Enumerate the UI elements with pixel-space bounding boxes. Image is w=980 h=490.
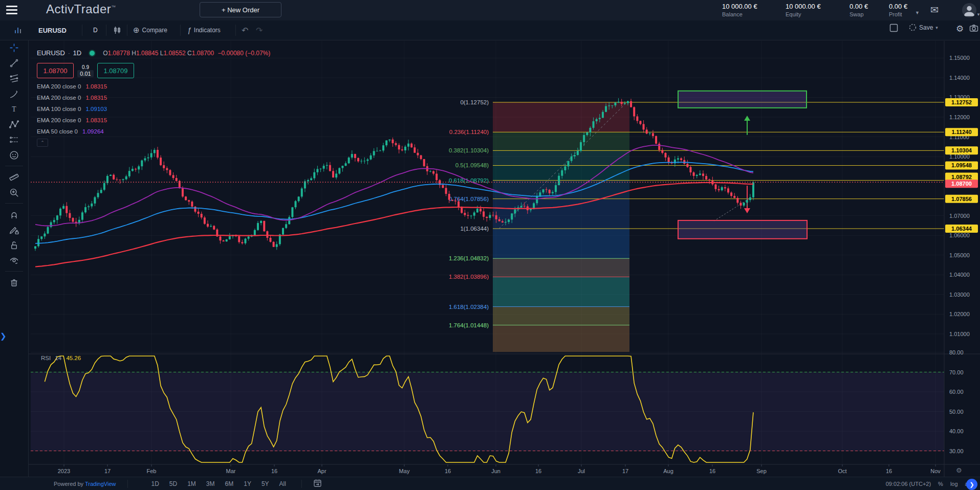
price-axis[interactable]: 1.150001.140001.130001.120001.110001.100… — [949, 55, 970, 454]
ema-100-line[interactable] — [35, 162, 753, 243]
rsi-value: 45.26 — [66, 355, 81, 361]
zoom-in-icon[interactable] — [0, 185, 28, 200]
svg-text:30.00: 30.00 — [949, 448, 964, 454]
interval-button[interactable]: D — [93, 20, 98, 40]
avatar-caret-icon[interactable]: ▼ — [976, 12, 980, 17]
svg-text:1.09548: 1.09548 — [951, 162, 972, 168]
indicator-value: 1.08315 — [86, 83, 107, 90]
undo-icon[interactable]: ↶ — [242, 20, 248, 40]
svg-text:16: 16 — [271, 468, 277, 474]
sell-button[interactable]: 1.08700 — [37, 63, 74, 78]
save-button[interactable]: Save ▾ — [909, 24, 938, 31]
svg-text:1.236(1.04832): 1.236(1.04832) — [449, 255, 489, 261]
range-button-1m[interactable]: 1M — [183, 479, 200, 488]
menu-icon[interactable] — [6, 6, 17, 14]
camera-icon[interactable] — [969, 24, 978, 33]
range-button-5y[interactable]: 5Y — [257, 479, 273, 488]
fib-price-tag: 1.09548 — [945, 161, 978, 169]
demand-zone[interactable] — [678, 220, 807, 239]
svg-text:Nov: Nov — [930, 468, 941, 474]
range-button-all[interactable]: All — [275, 479, 290, 488]
xabcd-pattern-icon[interactable] — [0, 117, 28, 132]
drawing-mode-icon[interactable] — [0, 222, 28, 237]
indicator-row[interactable]: EMA 200 close 0 1.08315 — [37, 117, 270, 123]
indicator-value: 1.08315 — [86, 95, 107, 101]
buy-button[interactable]: 1.08709 — [97, 63, 134, 78]
cloud-sync-icon — [909, 24, 917, 31]
svg-text:1.02000: 1.02000 — [949, 311, 970, 317]
chart-style-icon[interactable] — [113, 20, 122, 40]
fx-icon: ƒ — [187, 26, 191, 34]
svg-text:1.06344: 1.06344 — [951, 226, 972, 232]
indicators-button[interactable]: ƒ Indicators — [187, 20, 221, 40]
brush-icon[interactable] — [0, 86, 28, 101]
chart-bars-icon[interactable] — [13, 20, 23, 40]
settings-gear-icon[interactable]: ⚙ — [956, 24, 964, 34]
lock-all-icon[interactable] — [0, 237, 28, 253]
svg-text:1.07000: 1.07000 — [949, 213, 970, 219]
market-status-icon — [89, 50, 96, 57]
last-price-tag: 1.08700 — [945, 180, 978, 188]
change-value: −0.00080 (−0.07%) — [218, 50, 271, 57]
indicator-legend-rows: EMA 200 close 0 1.08315EMA 200 close 0 1… — [37, 83, 270, 135]
avatar[interactable] — [962, 3, 976, 17]
svg-text:70.00: 70.00 — [949, 369, 964, 375]
bid-ask-row: 1.08700 0.9 0.01 1.08709 — [37, 63, 270, 78]
symbol-button[interactable]: EURUSD — [38, 20, 67, 40]
trend-line-icon[interactable] — [0, 55, 28, 71]
go-to-date-icon[interactable] — [313, 479, 322, 489]
tradingview-link[interactable]: TradingView — [85, 481, 116, 487]
powered-by: Powered by TradingView — [54, 481, 116, 487]
magnet-icon[interactable] — [0, 207, 28, 222]
equity-stat: 10 000.00 € Equity — [786, 3, 821, 17]
balance-stat: 10 000.00 € Balance — [722, 3, 757, 17]
crosshair-icon[interactable] — [0, 40, 28, 55]
balance-label: Balance — [722, 11, 757, 17]
assistant-fab-button[interactable]: ❯ — [966, 479, 977, 490]
percent-scale-button[interactable]: % — [938, 481, 943, 487]
compare-button[interactable]: ⊕ Compare — [133, 20, 167, 40]
svg-text:80.00: 80.00 — [949, 349, 964, 355]
swap-label: Swap — [850, 11, 868, 17]
range-button-1y[interactable]: 1Y — [239, 479, 255, 488]
svg-text:1.07856: 1.07856 — [951, 196, 972, 202]
time-axis[interactable]: 202317FebMar16AprMay16Jun16Jul17Aug16Sep… — [58, 464, 941, 474]
indicator-name: EMA 200 close 0 — [37, 95, 81, 101]
redo-icon[interactable]: ↷ — [256, 20, 263, 40]
rsi-legend[interactable]: RSI 14 45.26 — [41, 355, 81, 361]
account-caret-icon[interactable]: ▼ — [915, 10, 920, 15]
range-button-5d[interactable]: 5D — [165, 479, 181, 488]
svg-text:1.04000: 1.04000 — [949, 272, 970, 278]
indicator-row[interactable]: EMA 50 close 0 1.09264 — [37, 128, 270, 135]
legend-title[interactable]: EURUSD · 1D O1.08778 H1.08845 L1.08552 C… — [37, 49, 270, 57]
range-button-1d[interactable]: 1D — [147, 479, 163, 488]
layout-icon[interactable] — [889, 24, 898, 32]
indicator-row[interactable]: EMA 200 close 0 1.08315 — [37, 95, 270, 101]
range-button-3m[interactable]: 3M — [202, 479, 219, 488]
remove-drawings-icon[interactable] — [0, 275, 28, 290]
ema-200-line[interactable] — [35, 183, 753, 267]
svg-text:60.00: 60.00 — [949, 389, 964, 395]
emoji-icon[interactable] — [0, 147, 28, 163]
object-tree-chevron-icon[interactable]: ❯ — [0, 331, 7, 341]
timeaxis-gear-icon[interactable]: ⚙ — [956, 466, 962, 474]
spread-value: 0.01 — [77, 70, 93, 77]
collapse-legend-button[interactable]: ⌃ — [37, 139, 48, 147]
log-scale-button[interactable]: log — [950, 481, 958, 487]
forecast-icon[interactable] — [0, 132, 28, 147]
measure-icon[interactable] — [0, 169, 28, 185]
fib-retracement-icon[interactable] — [0, 71, 28, 86]
new-order-button[interactable]: + New Order — [200, 2, 281, 17]
range-button-6m[interactable]: 6M — [221, 479, 238, 488]
fib-retracement[interactable] — [493, 102, 629, 352]
mail-icon[interactable]: ✉ — [930, 4, 939, 16]
svg-text:1.08700: 1.08700 — [951, 181, 972, 187]
equity-value: 10 000.00 € — [786, 3, 821, 10]
indicator-row[interactable]: EMA 100 close 0 1.09103 — [37, 106, 270, 112]
ema-50-line[interactable] — [35, 145, 753, 226]
supply-zone[interactable] — [678, 91, 807, 108]
text-icon[interactable]: T — [0, 101, 28, 117]
svg-text:1.10304: 1.10304 — [951, 147, 972, 153]
indicator-row[interactable]: EMA 200 close 0 1.08315 — [37, 83, 270, 90]
hide-drawings-icon[interactable] — [0, 253, 28, 268]
